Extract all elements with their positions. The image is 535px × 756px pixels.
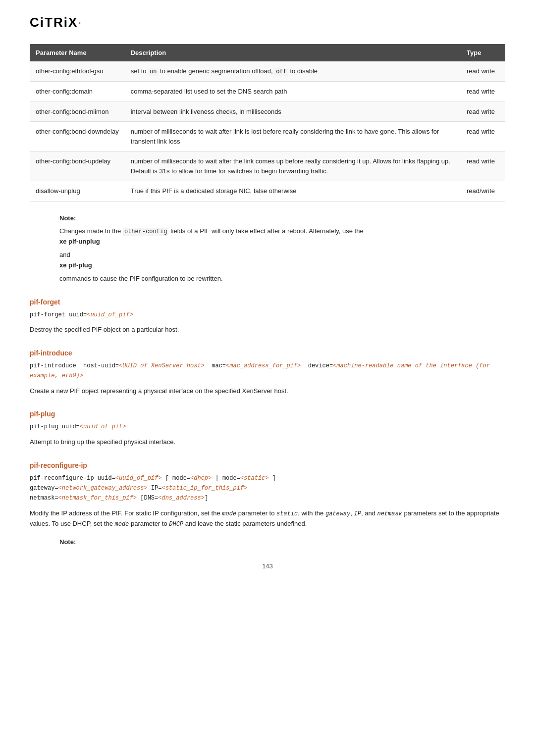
section-heading-pif-introduce: pif-introduce (30, 349, 505, 357)
param-type: read write (461, 122, 505, 151)
param-name: disallow-unplug (30, 181, 125, 202)
parameter-table: Parameter Name Description Type other-co… (30, 44, 505, 202)
param-type: read write (461, 101, 505, 122)
param-mac: <mac_address_for_pif> (226, 362, 301, 369)
desc-pif-reconfigure-ip: Modify the IP address of the PIF. For st… (30, 508, 505, 529)
code-other-config: other-config (123, 228, 168, 236)
param-name: other-config:ethtool-gso (30, 61, 125, 82)
logo: CiTRiX· (30, 15, 505, 30)
param-ip: <static_ip_for_this_pif> (161, 485, 247, 492)
page-number: 143 (30, 562, 505, 570)
param-type: read write (461, 82, 505, 102)
table-row: other-config:bond-downdelay number of mi… (30, 122, 505, 151)
param-uuid-reconf: <uuid_of_pif> (115, 475, 162, 482)
em-gateway: gateway (325, 510, 350, 517)
note2-label: Note: (59, 537, 505, 548)
param-type: read write (461, 61, 505, 82)
em-ip: IP (354, 510, 361, 517)
command-pif-reconfigure-ip: pif-reconfigure-ip uuid=<uuid_of_pif> [ … (30, 473, 505, 504)
desc-pif-forget: Destroy the specified PIF object on a pa… (30, 325, 505, 335)
table-row: other-config:ethtool-gso set to on to en… (30, 61, 505, 82)
param-uuid-plug: <uuid_of_pif> (80, 423, 126, 430)
section-heading-pif-reconfigure-ip: pif-reconfigure-ip (30, 461, 505, 469)
param-mode-static: <static> (240, 475, 269, 482)
code-off: off (274, 68, 288, 76)
em-mode2: mode (115, 521, 129, 528)
col-header-desc: Description (125, 44, 461, 61)
param-name: other-config:bond-miimon (30, 101, 125, 122)
param-name: other-config:domain (30, 82, 125, 102)
logo-dot: · (78, 15, 81, 30)
em-mode: mode (222, 510, 236, 517)
command-pif-forget: pif-forget uuid=<uuid_of_pif> (30, 310, 505, 320)
code-on: on (148, 68, 158, 76)
param-name: other-config:bond-updelay (30, 151, 125, 181)
command-pif-introduce: pif-introduce host-uuid=<UUID of XenServ… (30, 361, 505, 381)
em-netmask: netmask (377, 510, 402, 517)
param-desc: True if this PIF is a dedicated storage … (125, 181, 461, 202)
param-type: read write (461, 151, 505, 181)
note-label: Note: (59, 213, 505, 224)
param-desc: interval between link liveness checks, i… (125, 101, 461, 122)
param-uuid-pif: <uuid_of_pif> (87, 311, 133, 318)
command-pif-plug: pif-plug uuid=<uuid_of_pif> (30, 422, 505, 432)
col-header-type: Type (461, 44, 505, 61)
param-type: read/write (461, 181, 505, 202)
logo-text: CiTRiX (30, 15, 78, 30)
desc-pif-plug: Attempt to bring up the specified physic… (30, 437, 505, 448)
param-name: other-config:bond-downdelay (30, 122, 125, 151)
param-mode-dhcp: <dhcp> (190, 475, 212, 482)
table-row: other-config:domain comma-separated list… (30, 82, 505, 102)
desc-pif-introduce: Create a new PIF object representing a p… (30, 386, 505, 397)
table-row: other-config:bond-miimon interval betwee… (30, 101, 505, 122)
section-heading-pif-forget: pif-forget (30, 298, 505, 306)
param-gateway: <network_gateway_address> (58, 485, 148, 492)
note-text: Changes made to the other-config fields … (59, 227, 505, 282)
bold-pif-unplug: xe pif-unplug (59, 237, 505, 247)
param-host-uuid: <UUID of XenServer host> (119, 362, 205, 369)
param-desc: set to on to enable generic segmentation… (125, 61, 461, 82)
param-desc: number of milliseconds to wait after lin… (125, 122, 461, 151)
em-static: static (276, 510, 298, 517)
table-row: disallow-unplug True if this PIF is a de… (30, 181, 505, 202)
col-header-param: Parameter Name (30, 44, 125, 61)
table-row: other-config:bond-updelay number of mill… (30, 151, 505, 181)
note-block-2: Note: (59, 537, 505, 548)
em-dhcp: DHCP (169, 521, 183, 528)
section-heading-pif-plug: pif-plug (30, 410, 505, 418)
param-netmask: <netmask_for_this_pif> (58, 495, 137, 502)
bold-pif-plug: xe pif-plug (59, 260, 505, 271)
param-desc: comma-separated list used to set the DNS… (125, 82, 461, 102)
param-desc: number of milliseconds to wait after the… (125, 151, 461, 181)
note-block-1: Note: Changes made to the other-config f… (59, 213, 505, 284)
param-dns: <dns_address> (158, 495, 205, 502)
